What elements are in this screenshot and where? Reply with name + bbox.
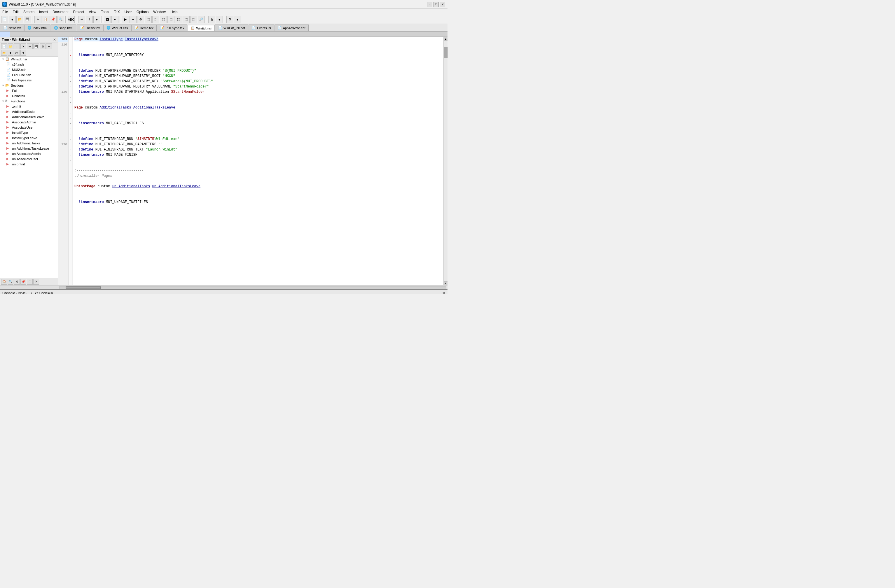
toolbar-compile-drop[interactable]: ▼ xyxy=(129,16,137,23)
tree-btn-7[interactable]: ⚙ xyxy=(40,44,46,49)
tree-installtype[interactable]: ▶ InstallType xyxy=(0,130,58,135)
tree-btn-6[interactable]: 💾 xyxy=(33,44,39,49)
tree-btn-8[interactable]: 📂 xyxy=(1,50,7,56)
tree-mui2[interactable]: 📄 MUI2.nsh xyxy=(0,67,58,72)
tree-functions[interactable]: ▼ fx Functions xyxy=(0,99,58,104)
toolbar-b7[interactable]: ⬚ xyxy=(183,16,190,23)
tree-btn-drop3[interactable]: ▼ xyxy=(20,50,26,56)
toolbar-b6[interactable]: ⬚ xyxy=(175,16,182,23)
tree-btn-drop1[interactable]: ▼ xyxy=(46,44,52,49)
scroll-track[interactable] xyxy=(444,41,448,281)
toolbar-save[interactable]: 💾 xyxy=(24,16,31,23)
toolbar-trash[interactable]: 🗑 xyxy=(208,16,215,23)
toolbar-spell[interactable]: ABC xyxy=(68,16,75,23)
h-scroll-thumb[interactable] xyxy=(66,286,101,289)
menu-search[interactable]: Search xyxy=(21,9,37,15)
toolbar-b3[interactable]: ⬚ xyxy=(152,16,159,23)
tree-btn-5[interactable]: ↩ xyxy=(27,44,33,49)
tree-un-oninit[interactable]: ▶ un.onInit xyxy=(0,162,58,167)
tree-btn-2[interactable]: 📁 xyxy=(8,44,14,49)
tree-btn-3[interactable]: ↑ xyxy=(14,44,20,49)
tree-full[interactable]: ▶ Full xyxy=(0,88,58,93)
tab-appactivate[interactable]: 📄 AppActivate.edt xyxy=(275,24,309,31)
toolbar-b8[interactable]: ⬚ xyxy=(190,16,197,23)
scroll-up-button[interactable]: ▲ xyxy=(444,37,448,41)
toolbar-new[interactable]: 📄 xyxy=(1,16,8,23)
menu-edit[interactable]: Edit xyxy=(10,9,21,15)
menu-project[interactable]: Project xyxy=(71,9,86,15)
toolbar-new-drop[interactable]: ▼ xyxy=(9,16,16,23)
tab-thesis[interactable]: 📝 Thesis.tex xyxy=(77,24,103,31)
toolbar-img-drop[interactable]: ▼ xyxy=(111,16,118,23)
toolbar-trash-drop[interactable]: ▼ xyxy=(216,16,223,23)
scroll-thumb[interactable] xyxy=(444,47,448,58)
tree-additionaltasksleave[interactable]: ▶ AdditionalTasksLeave xyxy=(0,114,58,120)
toolbar-b4[interactable]: ⬚ xyxy=(160,16,167,23)
close-button[interactable]: ✕ xyxy=(440,2,445,7)
right-scrollbar[interactable]: ▲ ▼ xyxy=(443,37,448,285)
maximize-button[interactable]: □ xyxy=(434,2,439,7)
tab-winedt-ini[interactable]: 📄 WinEdt_INI.dat xyxy=(215,24,248,31)
tree-installtypeleave[interactable]: ▶ InstallTypeLeave xyxy=(0,135,58,141)
tree-uninstall[interactable]: ▶ Uninstall xyxy=(0,93,58,99)
menu-user[interactable]: User xyxy=(122,9,134,15)
toolbar-italic-drop[interactable]: ▼ xyxy=(93,16,100,23)
toolbar-compile[interactable]: ▶ xyxy=(122,16,129,23)
toolbar-copy[interactable]: 📋 xyxy=(42,16,49,23)
code-area[interactable]: Page custom InstallType InstallTypeLeave… xyxy=(73,37,443,285)
toolbar-search[interactable]: 🔎 xyxy=(198,16,205,23)
tree-bottom-btn2[interactable]: 🔍 xyxy=(8,279,14,285)
tab-index[interactable]: 🌐 index.html xyxy=(24,24,50,31)
toolbar-img[interactable]: 🖼 xyxy=(104,16,111,23)
tab-events[interactable]: 📄 Events.ini xyxy=(249,24,274,31)
tree-un-additionaltasks[interactable]: ▶ un.AdditionalTasks xyxy=(0,141,58,146)
horizontal-scrollbar[interactable] xyxy=(0,285,448,289)
tab-news[interactable]: 📄 News.txt xyxy=(0,24,24,31)
tree-btn-4[interactable]: ✕ xyxy=(20,44,26,49)
tree-bottom-btn1[interactable]: 🏠 xyxy=(1,279,7,285)
tree-associateuser[interactable]: ▶ AssociateUser xyxy=(0,125,58,130)
tree-bottom-btn5[interactable]: ⬚ xyxy=(27,279,33,285)
tree-un-additionaltasksleave[interactable]: ▶ un.AdditionalTasksLeave xyxy=(0,146,58,151)
tab-winedt-nsi[interactable]: 📋 WinEdt.nsi xyxy=(188,25,215,32)
tab-pdfsync[interactable]: 📝 PDFSync.tex xyxy=(157,24,187,31)
menu-tex[interactable]: TeX xyxy=(111,9,122,15)
h-scroll-track[interactable] xyxy=(59,286,446,289)
menu-insert[interactable]: Insert xyxy=(37,9,50,15)
tab-winedt-css[interactable]: 🌐 WinEdt.css xyxy=(103,24,131,31)
tree-un-associateuser[interactable]: ▶ un.AssociateUser xyxy=(0,156,58,162)
tree-un-associateadmin[interactable]: ▶ un.AssociateAdmin xyxy=(0,151,58,156)
tree-root[interactable]: ▼ 📋 WinEdt.nsi xyxy=(0,57,58,62)
tree-x64[interactable]: 📄 x64.nsh xyxy=(0,62,58,67)
toolbar-find[interactable]: 🔍 xyxy=(57,16,64,23)
toolbar-undo[interactable]: ↩ xyxy=(78,16,85,23)
toolbar-cut[interactable]: ✂ xyxy=(35,16,41,23)
menu-tools[interactable]: Tools xyxy=(99,9,111,15)
menu-help[interactable]: Help xyxy=(168,9,180,15)
tree-filetypes[interactable]: 📄 FileTypes.nsi xyxy=(0,77,58,83)
menu-window[interactable]: Window xyxy=(151,9,168,15)
tree-additionaltasks[interactable]: ▶ AdditionalTasks xyxy=(0,109,58,114)
tree-associateadmin[interactable]: ▶ AssociateAdmin xyxy=(0,120,58,125)
tab-snap[interactable]: 🌐 snap.html xyxy=(51,24,76,31)
toolbar-italic[interactable]: I xyxy=(86,16,93,23)
toolbar-settings[interactable]: ⚙ xyxy=(226,16,234,23)
tree-close-button[interactable]: ✕ xyxy=(53,38,56,42)
toolbar-b1[interactable]: ⚙ xyxy=(137,16,144,23)
tab-demo[interactable]: 📝 Demo.tex xyxy=(131,24,157,31)
scroll-down-button[interactable]: ▼ xyxy=(444,281,448,285)
minimize-button[interactable]: − xyxy=(427,2,432,7)
tree-bottom-btn3[interactable]: 🖨 xyxy=(14,279,20,285)
tree-oninit[interactable]: ▶ .onInit xyxy=(0,104,58,109)
menu-options[interactable]: Options xyxy=(134,9,151,15)
tree-bottom-btn4[interactable]: 📌 xyxy=(20,279,26,285)
toolbar-open[interactable]: 📂 xyxy=(16,16,23,23)
toolbar-settings-drop[interactable]: ▼ xyxy=(234,16,241,23)
toolbar-paste[interactable]: 📌 xyxy=(50,16,56,23)
toolbar-b5[interactable]: ⬚ xyxy=(167,16,174,23)
console-close-button[interactable]: ✕ xyxy=(442,291,445,294)
menu-file[interactable]: File xyxy=(0,9,10,15)
menu-view[interactable]: View xyxy=(86,9,99,15)
tree-sections[interactable]: ▼ 📂 Sections xyxy=(0,83,58,88)
menu-document[interactable]: Document xyxy=(50,9,71,15)
